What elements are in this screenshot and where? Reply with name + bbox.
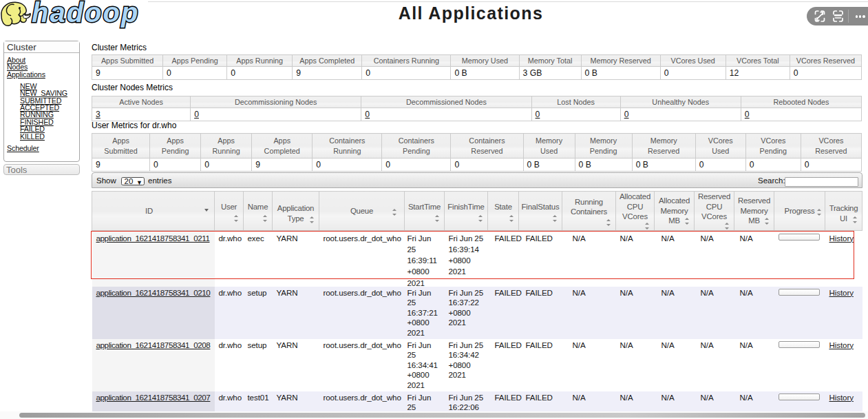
svg-text:hadoop: hadoop bbox=[32, 0, 139, 28]
